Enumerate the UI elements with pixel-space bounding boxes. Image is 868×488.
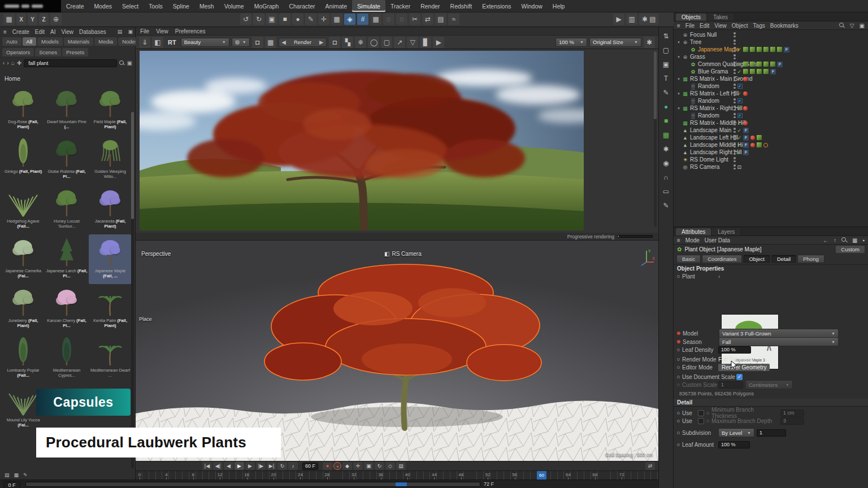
object-row-landscape-right-hill[interactable]: ▲Landscape Right Hill✓F [674, 149, 868, 156]
enabled-check-icon[interactable]: ✓ [737, 47, 742, 53]
lock-a-icon[interactable]: ◘ [252, 37, 263, 48]
disc-a-icon[interactable]: ◌ [383, 14, 394, 25]
visibility-dots[interactable] [734, 120, 736, 125]
redshift-material-icon[interactable] [743, 121, 748, 125]
panel-menu-icon[interactable]: ≡ [677, 237, 680, 243]
search-icon[interactable] [839, 23, 845, 28]
timeline-tick-72[interactable]: 72 [616, 472, 627, 477]
snap-icon[interactable]: ◈ [344, 14, 355, 25]
home-icon[interactable]: ⌂ [11, 60, 15, 66]
cube-icon[interactable]: ■ [661, 115, 672, 127]
field-tag-badge[interactable]: F [770, 69, 776, 75]
material-chip[interactable] [770, 47, 775, 52]
expand-caret-icon[interactable]: ▾ [676, 91, 682, 96]
timeline-range-slider[interactable] [25, 482, 480, 487]
render-picture-icon[interactable]: ▥ [626, 14, 637, 25]
case-icon[interactable]: ▣ [127, 60, 132, 66]
disc-b-icon[interactable]: ◌ [396, 14, 407, 25]
enabled-check-icon[interactable]: ✓ [737, 150, 742, 155]
expand-caret-icon[interactable]: ▾ [676, 106, 682, 111]
field-tag-badge[interactable]: F [743, 128, 749, 133]
breadcrumb-home[interactable]: Home [0, 68, 135, 83]
asset-tile-kentia-palm[interactable]: Kentia Palm (Fall, Plant) [89, 284, 132, 334]
browser-tab-all[interactable]: All [23, 37, 37, 46]
timeline-tick-40[interactable]: 40 [402, 472, 413, 477]
sphere-icon[interactable]: ● [292, 14, 303, 25]
visibility-dots[interactable] [734, 62, 736, 67]
mirror-icon[interactable]: ⇄ [422, 14, 433, 25]
visibility-dots[interactable] [734, 113, 736, 118]
menu-extensions[interactable]: Extensions [477, 0, 516, 12]
visibility-dots[interactable] [734, 40, 736, 45]
snowflake-icon[interactable]: ❄ [355, 37, 366, 48]
menu-tools[interactable]: Tools [144, 0, 168, 12]
menu-mesh[interactable]: Mesh [194, 0, 219, 12]
asset-tile-ginkgo[interactable]: Ginkgo (Fall, Plant) [2, 135, 45, 185]
pla-button[interactable]: ▤ [396, 462, 406, 470]
material-chip[interactable] [763, 62, 769, 67]
scale-button[interactable]: ▣ [364, 462, 374, 470]
timeline-tick-16[interactable]: 16 [241, 472, 253, 477]
timeline-tick-8[interactable]: 8 [188, 472, 199, 477]
menu-animate[interactable]: Animate [320, 0, 353, 12]
add-icon[interactable]: ✚ [17, 60, 21, 66]
asset-tile-dwarf-mountain-pine[interactable]: Dwarf Mountain Pine (... [45, 85, 88, 135]
attributes-tab-layers[interactable]: Layers [712, 228, 740, 236]
range-start-field[interactable]: 0 F [3, 481, 20, 488]
material-chip[interactable] [770, 62, 775, 67]
camera-icon[interactable]: ▣ [266, 14, 277, 25]
objects-tab-objects[interactable]: Objects [676, 14, 706, 21]
search-input[interactable]: fall plant [24, 59, 116, 67]
objects-tab-takes[interactable]: Takes [708, 14, 734, 21]
goto-start-button[interactable]: |◀ [202, 462, 212, 470]
timeline-tick-36[interactable]: 36 [375, 472, 387, 477]
falloff-icon[interactable]: ◯ [368, 37, 379, 48]
expand-caret-icon[interactable]: ▾ [676, 55, 682, 59]
user-data-menu[interactable]: User Data [705, 237, 730, 243]
asset-tile-japanese-maple[interactable]: Japanese Maple (Fall, ... [89, 234, 132, 284]
object-row-random[interactable]: ▒Random✓ [674, 97, 868, 104]
timeline-tick-0[interactable]: 0 [134, 472, 145, 477]
next-render-icon[interactable]: ▶ [316, 39, 326, 45]
browser-tab-materials[interactable]: Materials [64, 37, 94, 46]
menu-tracker[interactable]: Tracker [385, 0, 415, 12]
visibility-dots[interactable] [734, 128, 736, 133]
workplane-icon[interactable]: ▦ [331, 14, 342, 25]
timeline-tick-68[interactable]: 68 [589, 472, 601, 477]
autokey-button[interactable]: ● [333, 462, 341, 470]
object-row-focus-null[interactable]: ⊕Focus Null [674, 31, 868, 38]
material-chip[interactable] [757, 62, 762, 67]
asset-tile-golden-weeping-willo[interactable]: Golden Weeping Willo... [89, 135, 132, 185]
asset-tile-japanese-larch[interactable]: Japanese Larch (Fall, Pl... [45, 234, 88, 284]
custom-scale-unit-dropdown[interactable]: Centimeters▼ [745, 380, 793, 389]
browser-subtab-scenes[interactable]: Scenes [35, 48, 61, 56]
text-icon[interactable]: T [661, 73, 672, 84]
position-button[interactable]: ✛ [353, 462, 363, 470]
visibility-dots[interactable] [734, 142, 736, 147]
enabled-check-icon[interactable]: ✓ [737, 62, 742, 67]
timeline-swap-icon[interactable]: ⇄ [645, 462, 655, 470]
use-min-branch-checkbox[interactable]: ✓ [698, 410, 704, 416]
material-chip[interactable] [743, 69, 748, 74]
material-chip[interactable] [743, 62, 748, 67]
playhead-thumb[interactable] [396, 482, 407, 486]
timeline-playhead[interactable]: 60 [537, 471, 546, 480]
menu-modes[interactable]: Modes [89, 0, 118, 12]
enabled-check-icon[interactable]: ✓ [737, 142, 742, 148]
knife-icon[interactable]: ✂ [409, 14, 420, 25]
layout-icon[interactable]: ▤ [647, 14, 658, 25]
spline-icon[interactable]: ≈ [448, 14, 459, 25]
object-tab-detail[interactable]: Detail [771, 255, 796, 263]
goto-end-button[interactable]: ▶| [267, 462, 276, 470]
timeline-tick-32[interactable]: 32 [348, 472, 359, 477]
menu-render[interactable]: Render [415, 0, 445, 12]
custom-button[interactable]: Custom [836, 246, 865, 253]
visibility-dots[interactable] [734, 98, 736, 103]
asset-tile-kanzan-cherry[interactable]: Kanzan Cherry (Fall, Pl... [45, 284, 88, 334]
axis-z-button[interactable]: Z [39, 14, 49, 25]
asset-tile-hedgehog-agave[interactable]: Hedgehog Agave (Fall... [2, 185, 45, 234]
timeline-tick-52[interactable]: 52 [482, 472, 493, 477]
timeline-tick-4[interactable]: 4 [160, 472, 172, 477]
save-icon[interactable]: ⇓ [139, 37, 150, 48]
sound-button[interactable]: ♪ [288, 462, 298, 470]
